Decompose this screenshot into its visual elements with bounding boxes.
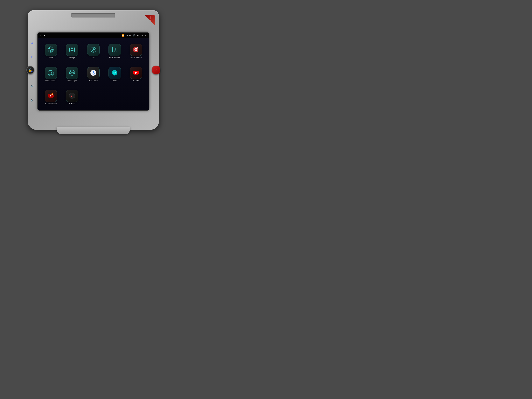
app-radio[interactable]: Radio xyxy=(45,44,57,59)
svg-point-9 xyxy=(72,48,72,49)
app-yt-music[interactable]: YT Music xyxy=(66,90,78,105)
youtube-label: YouTube xyxy=(133,80,139,82)
warning-icon: ⚠ xyxy=(155,68,157,72)
svg-rect-36 xyxy=(93,70,94,73)
bottom-stand xyxy=(57,127,130,134)
svg-point-32 xyxy=(72,71,74,73)
voice-search-icon xyxy=(87,67,100,79)
back-nav-icon[interactable]: ← xyxy=(145,34,146,37)
apps-icon[interactable]: ⊞ xyxy=(31,55,34,59)
youtube-vanced-label: YouTube Vanced xyxy=(45,103,57,105)
app-vanced-manager[interactable]: V Vanced Manager xyxy=(130,44,142,59)
vehicle-settings-icon xyxy=(45,67,57,79)
svg-point-31 xyxy=(70,71,72,73)
app-youtube-vanced[interactable]: ▶ YouTube Vanced xyxy=(45,90,57,105)
back-icon[interactable]: ↩ xyxy=(31,69,34,74)
yt-music-label: YT Music xyxy=(69,103,75,105)
app-grid: Radio Settings xyxy=(38,38,149,110)
vanced-manager-icon: V xyxy=(130,44,142,56)
vol-up-icon[interactable]: 🔊 xyxy=(30,83,34,88)
wifi-icon: 📶 xyxy=(121,34,124,37)
svg-point-28 xyxy=(51,73,52,74)
voice-search-label: Voice Search xyxy=(89,80,98,82)
radio-label: Radio xyxy=(49,57,53,59)
app-touch-assistant[interactable]: Touch-Assistant xyxy=(108,44,121,59)
touch-assistant-label: Touch-Assistant xyxy=(109,57,120,59)
status-right: 📶 17:37 🔊 18 ▭ ← xyxy=(121,34,146,37)
vehicle-settings-label: Vehicle settings xyxy=(45,80,56,82)
vol-down-icon[interactable]: 🔉 xyxy=(30,98,34,102)
svg-point-2 xyxy=(50,49,52,51)
car-unit: REMOVE 🔒 ⚠ ⌂ ⊞ ↩ 🔊 🔉 ⌂ ⊞ 📶 xyxy=(28,10,159,130)
swc-label: SWC xyxy=(91,57,95,59)
svg-point-42 xyxy=(114,73,114,73)
vanced-manager-label: Vanced Manager xyxy=(130,57,142,59)
home-nav-icon[interactable]: ⌂ xyxy=(40,34,41,37)
svg-point-43 xyxy=(115,73,116,73)
radio-icon xyxy=(45,44,57,56)
app-voice-search[interactable]: Voice Search xyxy=(87,67,100,82)
yt-music-icon xyxy=(66,90,78,102)
svg-point-53 xyxy=(71,95,73,96)
status-bar: ⌂ ⊞ 📶 17:37 🔊 18 ▭ ← xyxy=(38,33,149,38)
svg-text:V: V xyxy=(137,48,138,49)
volume-level: 18 xyxy=(137,34,139,37)
svg-point-1 xyxy=(49,48,52,51)
screen-icon: ▭ xyxy=(141,34,143,37)
app-vehicle-settings[interactable]: Vehicle settings xyxy=(45,67,57,82)
svg-rect-8 xyxy=(72,48,73,48)
right-controls: ⚠ xyxy=(152,66,160,74)
app-settings[interactable]: Settings xyxy=(66,44,78,59)
svg-text:▶: ▶ xyxy=(52,94,53,95)
volume-icon: 🔊 xyxy=(133,34,135,37)
app-youtube[interactable]: YouTube xyxy=(130,67,142,82)
app-video-player[interactable]: Video Player xyxy=(66,67,78,82)
waze-label: Waze xyxy=(113,80,117,82)
cd-slot xyxy=(71,13,115,18)
left-nav-panel: ⌂ ⊞ ↩ 🔊 🔉 xyxy=(30,33,34,110)
home-icon[interactable]: ⌂ xyxy=(31,41,33,45)
status-time: 17:37 xyxy=(126,34,131,37)
settings-label: Settings xyxy=(69,57,75,59)
screen: ⌂ ⊞ ↩ 🔊 🔉 ⌂ ⊞ 📶 17:37 🔊 18 ▭ ← xyxy=(38,33,149,110)
swc-icon xyxy=(87,44,100,56)
grid-nav-icon[interactable]: ⊞ xyxy=(44,34,45,37)
youtube-icon xyxy=(130,67,142,79)
emergency-button[interactable]: ⚠ xyxy=(152,66,160,74)
touch-assistant-icon xyxy=(108,44,121,56)
remove-sticker: REMOVE xyxy=(144,15,155,25)
waze-icon xyxy=(108,67,121,79)
settings-icon xyxy=(66,44,78,56)
svg-rect-7 xyxy=(71,48,72,48)
remove-label: REMOVE xyxy=(150,16,152,22)
app-swc[interactable]: SWC xyxy=(87,44,100,59)
video-player-label: Video Player xyxy=(68,80,76,82)
svg-rect-5 xyxy=(70,47,75,52)
app-waze[interactable]: Waze xyxy=(108,67,121,82)
video-player-icon xyxy=(66,67,78,79)
status-left: ⌂ ⊞ xyxy=(40,34,45,37)
svg-point-16 xyxy=(93,49,94,50)
youtube-vanced-icon: ▶ xyxy=(45,90,57,102)
